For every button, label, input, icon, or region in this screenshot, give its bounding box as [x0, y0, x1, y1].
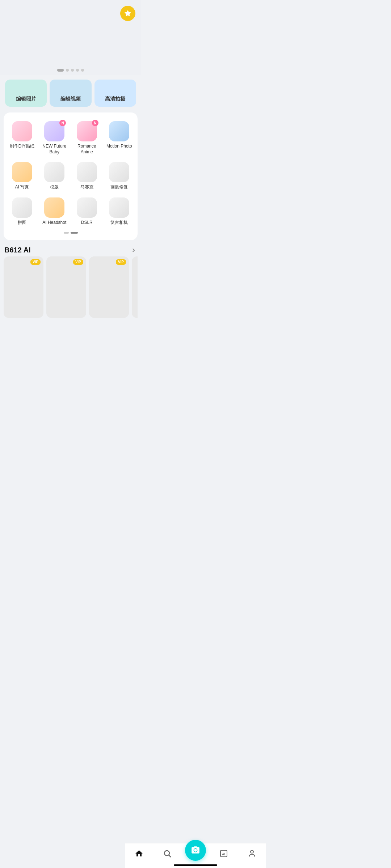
feature-hd-repair[interactable]: 画质修复	[103, 158, 136, 194]
feature-sticker[interactable]: 制作DIY贴纸	[6, 118, 38, 158]
feature-dot-2	[71, 232, 78, 234]
retro-icon	[109, 197, 129, 218]
new-badge-future-baby: N	[59, 120, 66, 126]
ai-section-title: B612 AI	[4, 246, 31, 254]
future-baby-label: NEW Future Baby	[40, 144, 70, 155]
collage-label: 拼图	[18, 220, 26, 226]
future-baby-icon: N	[44, 121, 64, 141]
crown-button[interactable]	[120, 6, 135, 21]
sticker-icon	[12, 121, 32, 141]
hd-repair-icon	[109, 162, 129, 182]
vip-badge-2: VIP	[73, 259, 83, 265]
edit-video-label: 编辑视频	[60, 96, 81, 102]
feature-retro[interactable]: 复古相机	[103, 194, 136, 229]
feature-page-dots	[6, 229, 135, 235]
feature-grid-row1: 制作DIY贴纸 N NEW Future Baby N Romance Anim…	[6, 118, 135, 158]
feature-grid-row3: 拼图 AI Headshot DSLR 复古相机	[6, 194, 135, 229]
feature-future-baby[interactable]: N NEW Future Baby	[38, 118, 71, 158]
feature-romance-anime[interactable]: N Romance Anime	[71, 118, 103, 158]
ai-section: B612 AI VIP VIP VIP	[4, 244, 138, 321]
ai-portrait-icon	[12, 162, 32, 182]
template-label: 模版	[50, 184, 59, 190]
quick-actions: 编辑照片 编辑视频 高清拍摄	[0, 75, 141, 111]
feature-ai-portrait[interactable]: AI 写真	[6, 158, 38, 194]
ai-portrait-label: AI 写真	[15, 184, 29, 190]
template-icon	[44, 162, 64, 182]
feature-motion-photo[interactable]: Motion Photo	[103, 118, 136, 158]
sticker-label: 制作DIY贴纸	[10, 144, 34, 149]
edit-photo-card[interactable]: 编辑照片	[5, 80, 47, 107]
banner	[0, 0, 141, 65]
dot-4	[76, 69, 79, 72]
new-badge-romance: N	[92, 120, 98, 126]
edit-photo-label: 编辑照片	[16, 96, 36, 102]
ai-headshot-icon	[44, 197, 64, 218]
ai-headshot-label: AI Headshot	[42, 220, 66, 226]
ai-card-1[interactable]: VIP	[4, 256, 43, 318]
romance-anime-label: Romance Anime	[72, 144, 102, 155]
edit-video-card[interactable]: 编辑视频	[50, 80, 91, 107]
feature-grid-row2: AI 写真 模版 马赛克 画质修复	[6, 158, 135, 194]
ai-section-more-button[interactable]	[130, 247, 137, 254]
hd-repair-label: 画质修复	[110, 184, 128, 190]
hd-shoot-label: 高清拍摄	[105, 96, 125, 102]
motion-photo-icon	[109, 121, 129, 141]
dot-1	[57, 69, 64, 72]
hd-shoot-card[interactable]: 高清拍摄	[94, 80, 136, 107]
mosaic-icon	[77, 162, 97, 182]
feature-template[interactable]: 模版	[38, 158, 71, 194]
banner-dots	[0, 65, 141, 75]
romance-anime-icon: N	[77, 121, 97, 141]
feature-collage[interactable]: 拼图	[6, 194, 38, 229]
feature-ai-headshot[interactable]: AI Headshot	[38, 194, 71, 229]
motion-photo-label: Motion Photo	[106, 144, 132, 149]
dot-2	[66, 69, 69, 72]
feature-dot-1	[64, 232, 69, 234]
dot-5	[81, 69, 84, 72]
vip-badge-1: VIP	[30, 259, 41, 265]
dslr-icon	[77, 197, 97, 218]
ai-card-4[interactable]	[132, 256, 138, 318]
dslr-label: DSLR	[81, 220, 93, 226]
ai-section-header: B612 AI	[4, 244, 138, 256]
dot-3	[71, 69, 74, 72]
collage-icon	[12, 197, 32, 218]
feature-mosaic[interactable]: 马赛克	[71, 158, 103, 194]
retro-label: 复古相机	[110, 220, 128, 226]
ai-card-3[interactable]: VIP	[89, 256, 129, 318]
ai-cards-row: VIP VIP VIP	[4, 256, 138, 321]
feature-section: 制作DIY贴纸 N NEW Future Baby N Romance Anim…	[4, 112, 138, 240]
mosaic-label: 马赛克	[80, 184, 93, 190]
vip-badge-3: VIP	[116, 259, 126, 265]
feature-dslr[interactable]: DSLR	[71, 194, 103, 229]
ai-card-2[interactable]: VIP	[46, 256, 86, 318]
